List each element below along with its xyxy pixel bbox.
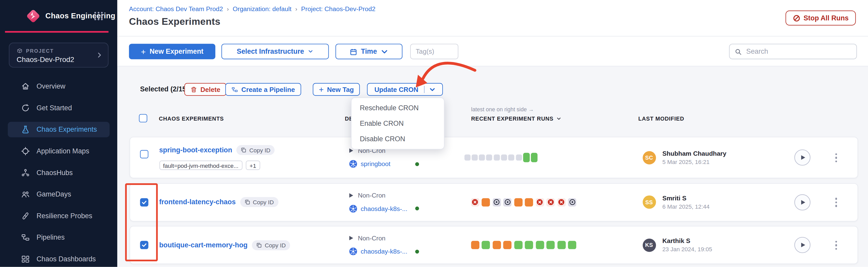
update-cron-dropdown-button[interactable]: Update CRON (367, 83, 443, 96)
infra-status-dot (415, 207, 419, 210)
sidebar-item-chaos-experiments[interactable]: Chaos Experiments (8, 122, 110, 137)
run-status-success-tall[interactable] (531, 153, 538, 162)
run-status-success-tall[interactable] (523, 153, 530, 162)
toolbar: + New Experiment Select Infrastructure T… (118, 37, 868, 67)
breadcrumb-link[interactable]: Organization: default (232, 5, 291, 12)
run-status-stopped[interactable] (492, 198, 501, 206)
run-status-empty[interactable] (494, 154, 500, 160)
run-status-empty[interactable] (479, 154, 485, 160)
run-status-success[interactable] (546, 241, 555, 249)
run-status-failed[interactable] (471, 198, 479, 206)
copy-id-button[interactable]: Copy ID (240, 197, 278, 207)
probe-icon (21, 211, 30, 220)
breadcrumb-link[interactable]: Account: Chaos Dev Team Prod2 (129, 5, 223, 12)
stop-all-runs-button[interactable]: Stop All Runs (785, 10, 856, 26)
trash-icon (190, 86, 197, 93)
copy-icon (256, 242, 262, 248)
new-tag-button[interactable]: + New Tag (313, 83, 360, 96)
row-checkbox[interactable] (140, 198, 148, 206)
run-status-success[interactable] (557, 241, 565, 249)
run-status-failed[interactable] (557, 198, 565, 206)
chevron-down-icon (429, 86, 436, 93)
breadcrumb-link[interactable]: Project: Chaos-Dev-Prod2 (301, 5, 375, 12)
run-status-warning[interactable] (514, 198, 522, 206)
experiment-row: boutique-cart-memory-hog Copy ID Non-Cro… (129, 226, 858, 264)
run-status-empty[interactable] (501, 154, 507, 160)
run-experiment-button[interactable] (794, 237, 810, 253)
run-status-warning[interactable] (503, 241, 512, 249)
project-selector[interactable]: PROJECT Chaos-Dev-Prod2 (9, 42, 108, 67)
column-header-experiments: CHAOS EXPERIMENTS (159, 116, 224, 122)
run-status-empty[interactable] (471, 154, 477, 160)
run-status-empty[interactable] (464, 154, 470, 160)
run-status-empty[interactable] (508, 154, 515, 160)
run-status-stopped[interactable] (568, 198, 576, 206)
select-all-checkbox[interactable] (139, 114, 147, 122)
sidebar-item-application-maps[interactable]: Application Maps (8, 143, 110, 159)
sidebar-item-label: Get Started (37, 104, 72, 112)
run-status-empty[interactable] (516, 154, 522, 160)
sidebar-item-pipelines[interactable]: Pipelines (8, 230, 110, 245)
run-status-success[interactable] (535, 241, 544, 249)
run-status-stopped[interactable] (503, 198, 512, 206)
row-menu-kebab[interactable] (835, 198, 837, 207)
project-label: PROJECT (26, 48, 54, 53)
sidebar-item-chaos-dashboards[interactable]: Chaos Dashboards (8, 251, 110, 267)
run-status-success[interactable] (525, 241, 533, 249)
experiment-name-link[interactable]: spring-boot-exception (159, 146, 232, 154)
run-status-failed[interactable] (546, 198, 555, 206)
sidebar-item-overview[interactable]: Overview (8, 79, 110, 94)
experiment-name-link[interactable]: boutique-cart-memory-hog (159, 241, 247, 249)
run-status-warning[interactable] (482, 198, 490, 206)
menu-item-enable-cron[interactable]: Enable CRON (352, 116, 444, 131)
row-menu-kebab[interactable] (835, 241, 837, 250)
select-infrastructure-dropdown[interactable]: Select Infrastructure (221, 43, 329, 59)
run-status-success[interactable] (514, 241, 522, 249)
row-menu-kebab[interactable] (835, 153, 837, 162)
tags-filter-input[interactable] (410, 43, 459, 59)
row-checkbox[interactable] (140, 241, 148, 249)
search-box (729, 43, 857, 59)
page-header: Account: Chaos Dev Team Prod2›Organizati… (118, 0, 868, 37)
expand-triangle-icon[interactable] (349, 148, 353, 153)
copy-id-button[interactable]: Copy ID (252, 240, 290, 250)
infrastructure-link[interactable]: chaosday-k8s-... (361, 248, 407, 255)
run-status-success[interactable] (568, 241, 576, 249)
expand-triangle-icon[interactable] (349, 193, 353, 197)
copy-id-button[interactable]: Copy ID (237, 145, 275, 155)
sidebar-item-gamedays[interactable]: GameDays (8, 187, 110, 202)
tag-chip[interactable]: fault=pod-jvm-method-exce... (159, 160, 242, 170)
time-filter-dropdown[interactable]: Time (335, 43, 402, 59)
tag-chip[interactable]: +1 (246, 160, 260, 170)
column-header-recent-runs[interactable]: RECENT EXPERIMENT RUNS (471, 116, 561, 122)
menu-item-reschedule-cron[interactable]: Reschedule CRON (352, 100, 444, 116)
run-status-success[interactable] (482, 241, 490, 249)
new-experiment-button[interactable]: + New Experiment (129, 43, 215, 59)
recent-runs-cell (471, 227, 576, 264)
experiment-name-link[interactable]: frontend-latency-chaos (159, 198, 236, 206)
chaos-engineering-logo-icon (26, 9, 40, 23)
modified-date: 23 Jan 2024, 19:05 (662, 246, 712, 253)
details-cell: Non-Cron chaosday-k8s-... (349, 227, 465, 264)
create-pipeline-button[interactable]: Create a Pipeline (225, 83, 301, 96)
run-status-empty[interactable] (486, 154, 492, 160)
module-grid-icon[interactable] (93, 11, 103, 21)
menu-item-disable-cron[interactable]: Disable CRON (352, 131, 444, 147)
delete-button[interactable]: Delete (184, 83, 226, 96)
run-status-warning[interactable] (492, 241, 501, 249)
sidebar-item-resilience-probes[interactable]: Resilience Probes (8, 208, 110, 224)
infrastructure-link[interactable]: springboot (361, 160, 391, 167)
run-status-warning[interactable] (525, 198, 533, 206)
experiment-row: frontend-latency-chaos Copy ID Non-Cron … (129, 183, 858, 221)
run-status-failed[interactable] (535, 198, 544, 206)
run-experiment-button[interactable] (794, 149, 810, 166)
expand-triangle-icon[interactable] (349, 236, 353, 240)
sidebar-item-chaoshubs[interactable]: ChaosHubs (8, 165, 110, 180)
run-status-warning[interactable] (471, 241, 479, 249)
infrastructure-link[interactable]: chaosday-k8s-... (361, 205, 407, 212)
search-input[interactable] (730, 44, 857, 59)
row-checkbox[interactable] (140, 150, 148, 158)
run-experiment-button[interactable] (794, 194, 810, 210)
sidebar-item-get-started[interactable]: Get Started (8, 100, 110, 116)
kubernetes-icon (349, 160, 357, 168)
